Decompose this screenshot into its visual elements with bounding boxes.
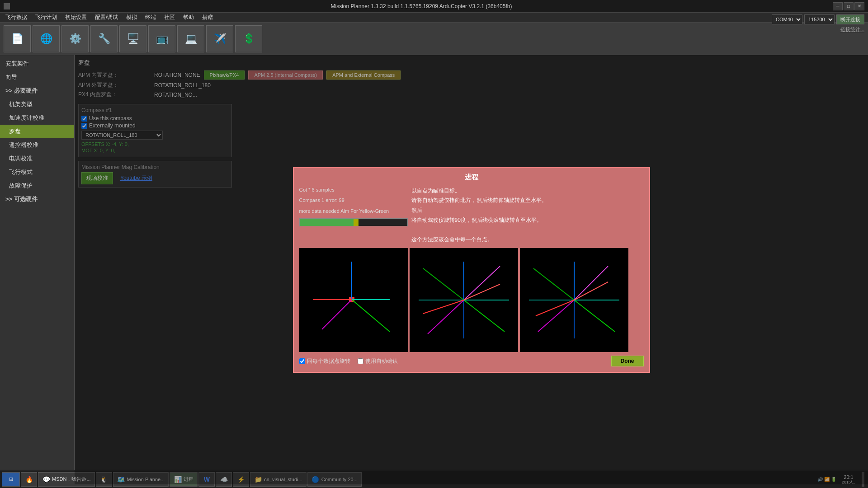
menu-initialsetup[interactable]: 初始设置 [61,13,90,22]
sidebar-item-failsafe[interactable]: 故障保护 [0,179,74,192]
menu-configdebug[interactable]: 配置/调试 [91,13,122,22]
log-line1: Got * 6 samples [299,186,408,194]
menu-community[interactable]: 社区 [160,13,179,22]
globe-icon: 🌐 [40,33,52,45]
laptop-icon: 💻 [185,33,197,45]
titlebar-left [4,3,10,9]
sidebar-item-accel[interactable]: 加速度计校准 [0,111,74,125]
modal-title: 进程 [299,173,644,182]
sidebar-item-esc[interactable]: 电调校准 [0,152,74,165]
menubar: 飞行数据 飞行计划 初始设置 配置/调试 模拟 终端 社区 帮助 捐赠 [0,13,868,23]
content-area: 罗盘 APM 内置罗盘： ROTATION_NONE Pixhawk/PX4 A… [75,55,868,484]
menu-simulation[interactable]: 模拟 [123,13,141,22]
stats-link[interactable]: 链接统计... [840,26,864,33]
modal-bottom: 同每个数据点旋转 使用自动确认 Done [299,356,644,366]
instr-line3: 然后 [411,206,644,216]
toolbar-btn-5[interactable]: 📺 [148,25,175,52]
compass-vis-1 [299,248,408,352]
titlebar-controls: ─ □ ✕ [833,2,864,10]
autoconfirm-label: 使用自动确认 [365,357,398,365]
toolbar-btn-4[interactable]: 🖥️ [119,25,146,52]
progress-bar [299,218,408,226]
modal-overlay: 进程 Got * 6 samples Compass 1 error: 99 m… [75,55,868,484]
sidebar-item-wizard[interactable]: 向导 [0,70,74,84]
modal-dialog: 进程 Got * 6 samples Compass 1 error: 99 m… [293,167,650,373]
menu-flightplan[interactable]: 飞行计划 [32,13,61,22]
start-icon: ⊞ [9,476,13,482]
close-button[interactable]: ✕ [854,2,864,10]
progress-fill [300,219,359,226]
gear-icon: ⚙️ [69,33,81,45]
toolbar-btn-6[interactable]: 💻 [177,25,204,52]
dollar-icon: 💲 [243,33,255,45]
comport-select[interactable]: COM40 [772,14,802,24]
instr-line1: 以自点为瞄准目标。 [411,186,644,196]
menu-donate[interactable]: 捐赠 [198,13,217,22]
toolbar-btn-3[interactable]: 🔧 [90,25,118,52]
screen-icon: 📺 [156,33,168,45]
sidebar-item-install[interactable]: 安装架件 [0,57,74,70]
wrench-icon: 🔧 [98,33,110,45]
toolbar-btn-2[interactable]: ⚙️ [61,25,89,52]
modal-right: 以自点为瞄准目标。 请将自动驾驶仪指向北方，然后绕前仰轴旋转直至水平。 然后 将… [411,186,644,245]
toolbar-btn-1[interactable]: 🌐 [33,25,60,52]
baud-select[interactable]: 115200 [804,14,835,24]
sidebar: 安装架件 向导 >> 必要硬件 机架类型 加速度计校准 罗盘 遥控器校准 电调校… [0,55,75,484]
sidebar-item-flightmodes[interactable]: 飞行模式 [0,165,74,179]
instr-line4: 将自动驾驶仪旋转90度，然后绕横滚轴旋转直至水平。 [411,216,644,225]
taskbar-fire[interactable]: 🔥 [21,472,37,487]
instr-line2: 请将自动驾驶仪指向北方，然后绕前仰轴旋转直至水平。 [411,196,644,206]
compass-visuals [299,248,644,352]
modal-body: Got * 6 samples Compass 1 error: 99 more… [299,186,644,245]
toolbar-btn-7[interactable]: ✈️ [206,25,233,52]
start-button[interactable]: ⊞ [2,472,20,487]
modal-left: Got * 6 samples Compass 1 error: 99 more… [299,186,408,245]
main-layout: 安装架件 向导 >> 必要硬件 机架类型 加速度计校准 罗盘 遥控器校准 电调校… [0,55,868,484]
minimize-button[interactable]: ─ [833,2,843,10]
sidebar-item-required: >> 必要硬件 [0,84,74,98]
connect-button[interactable]: 断开连接 [836,14,864,24]
instr-line6: 这个方法应该会命中每一个白点。 [411,235,644,245]
rotate-checkbox[interactable] [299,358,305,364]
done-button[interactable]: Done [611,356,644,366]
msdn-icon: 💬 [42,475,50,483]
sidebar-item-frametype[interactable]: 机架类型 [0,98,74,111]
autoconfirm-checkbox-row: 使用自动确认 [358,357,398,365]
progress-yellow [354,219,359,226]
menu-help[interactable]: 帮助 [179,13,198,22]
bottom-checks: 同每个数据点旋转 使用自动确认 [299,357,398,366]
topright-controls: COM40 115200 断开连接 链接统计... [768,13,868,35]
toolbar: 📄 🌐 ⚙️ 🔧 🖥️ 📺 💻 ✈️ 💲 COM40 115200 断开连接 [0,23,868,55]
sidebar-item-radio[interactable]: 遥控器校准 [0,138,74,152]
titlebar: Mission Planner 1.3.32 build 1.1.5765.19… [0,0,868,13]
sidebar-item-optional: >> 可选硬件 [0,192,74,206]
menu-flightdata[interactable]: 飞行数据 [2,13,31,22]
toolbar-btn-8[interactable]: 💲 [235,25,262,52]
plane-icon: ✈️ [214,33,226,45]
rotate-label: 同每个数据点旋转 [307,357,350,365]
menu-terminal[interactable]: 终端 [142,13,160,22]
document-icon: 📄 [11,33,24,45]
fire-icon: 🔥 [25,475,33,483]
monitor-icon: 🖥️ [127,33,139,45]
titlebar-title: Mission Planner 1.3.32 build 1.1.5765.19… [10,3,833,9]
compass-vis-3 [520,248,628,352]
sidebar-item-compass[interactable]: 罗盘 [0,125,74,138]
compass-vis-2 [410,248,518,352]
maximize-button[interactable]: □ [844,2,854,10]
app-icon [4,3,10,9]
rotate-checkbox-row: 同每个数据点旋转 [299,357,350,365]
autoconfirm-checkbox[interactable] [358,358,363,364]
instructions: 以自点为瞄准目标。 请将自动驾驶仪指向北方，然后绕前仰轴旋转直至水平。 然后 将… [411,186,644,245]
toolbar-btn-0[interactable]: 📄 [4,25,31,52]
log-line2: Compass 1 error: 99 [299,197,408,205]
log-line3: more data needed Aim For Yellow-Green [299,207,408,216]
